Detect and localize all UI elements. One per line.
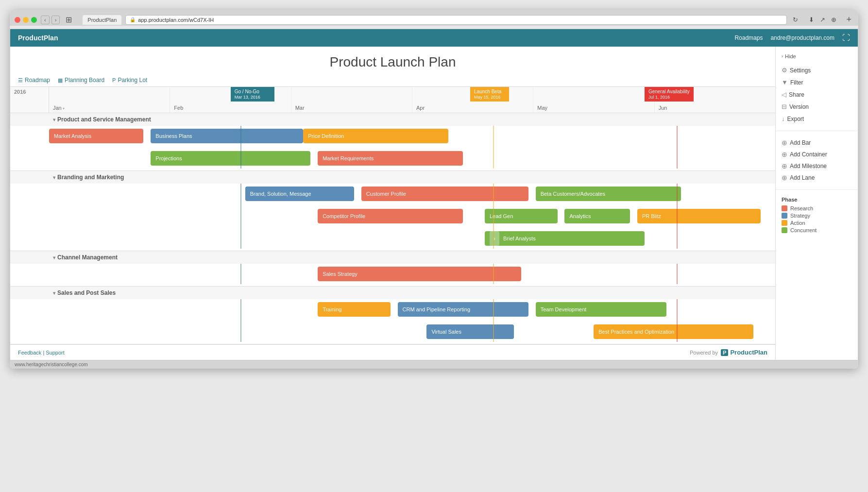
row-branding-label-1 <box>10 186 49 202</box>
feedback-link[interactable]: Feedback <box>18 350 41 356</box>
browser-window: ‹ › ⊞ ProductPlan 🔒 app.productplan.com/… <box>10 10 858 369</box>
toolbar-icon-3[interactable]: ⊕ <box>829 15 838 24</box>
year-label: 2016 <box>14 89 26 95</box>
page-content: Product Launch Plan ☰ Roadmap ▦ Planning… <box>10 47 858 360</box>
browser-status-url: www.heritagechristiancollege.com <box>15 362 88 367</box>
subnav-parking-lot[interactable]: P Parking Lot <box>112 77 147 84</box>
dot-green[interactable] <box>31 17 37 23</box>
active-tab[interactable]: ProductPlan <box>83 15 121 25</box>
subnav-roadmap[interactable]: ☰ Roadmap <box>18 77 50 84</box>
roadmap-icon: ☰ <box>18 77 23 84</box>
sidebar-divider-2 <box>776 189 858 190</box>
settings-button[interactable]: ⚙ Settings <box>782 64 852 76</box>
phase-label-concurrent: Concurrent <box>790 227 817 233</box>
add-container-label: Add Container <box>790 151 827 158</box>
group-body-product: Market Analysis Business Plans Price Def… <box>10 126 775 169</box>
add-bar-button[interactable]: ⊕ Add Bar <box>782 137 852 149</box>
bar-crm-pipeline[interactable]: CRM and Pipeline Reporting <box>398 302 528 317</box>
add-lane-button[interactable]: ⊕ Add Lane <box>782 172 852 184</box>
phase-dot-strategy <box>782 213 787 219</box>
phase-dot-action <box>782 220 787 226</box>
hide-button[interactable]: › Hide <box>776 51 802 61</box>
footer-links: Feedback | Support <box>18 350 65 356</box>
bar-price-definition[interactable]: Price Definition <box>303 129 448 143</box>
group-header-sales[interactable]: ▾ Sales and Post Sales <box>10 287 775 299</box>
group-product-service: ▾ Product and Service Management <box>10 113 775 171</box>
filter-button[interactable]: ▼ Filter <box>782 76 852 88</box>
ml-orange-2 <box>493 184 494 249</box>
sub-nav: ☰ Roadmap ▦ Planning Board P Parking Lot <box>10 74 775 87</box>
forward-button[interactable]: › <box>51 16 60 24</box>
support-link[interactable]: Support <box>46 350 65 356</box>
bar-customer-profile[interactable]: Customer Profile <box>361 187 528 201</box>
version-button[interactable]: ⊟ Version <box>782 101 852 113</box>
chevron-icon-product: ▾ <box>53 117 55 122</box>
menu-button[interactable]: + <box>844 14 853 26</box>
bar-training[interactable]: Training <box>318 302 391 317</box>
browser-toolbar-icons: ⬇ ↗ ⊕ <box>807 15 838 24</box>
group-header-channel[interactable]: ▾ Channel Management <box>10 251 775 264</box>
row-branding-bars-3: › Brief Analysts <box>49 230 775 247</box>
add-milestone-label: Add Milestone <box>790 163 827 170</box>
group-header-product[interactable]: ▾ Product and Service Management <box>10 113 775 126</box>
phase-strategy: Strategy <box>782 213 852 219</box>
tab-bar: ProductPlan <box>83 15 121 25</box>
back-button[interactable]: ‹ <box>41 16 50 24</box>
refresh-button[interactable]: ↻ <box>791 15 800 24</box>
bar-sales-strategy[interactable]: Sales Strategy <box>318 267 521 281</box>
roadmap-area: 2016 Go / No-Go Mar 13, 2016 Laun <box>10 87 775 344</box>
toolbar-icon-1[interactable]: ⬇ <box>807 15 816 24</box>
bar-market-analysis[interactable]: Market Analysis <box>49 129 143 143</box>
share-icon: ◁ <box>782 91 786 98</box>
toolbar-icon-2[interactable]: ↗ <box>818 15 827 24</box>
version-label: Version <box>789 103 809 110</box>
nav-roadmaps[interactable]: Roadmaps <box>734 34 763 41</box>
bar-brand-solution[interactable]: Brand, Solution, Message <box>245 187 354 201</box>
group-channel: ▾ Channel Management Sales S <box>10 251 775 287</box>
app-header: ProductPlan Roadmaps andre@productplan.c… <box>10 29 858 47</box>
bar-beta-customers[interactable]: Beta Customers/Advocates <box>536 187 681 201</box>
export-button[interactable]: ↓ Export <box>782 113 852 125</box>
milestone-ga-label: General Availability <box>648 89 690 94</box>
bar-projections[interactable]: Projections <box>151 151 310 166</box>
bar-competitor-profile[interactable]: Competitor Profile <box>318 209 463 223</box>
bar-team-development[interactable]: Team Development <box>536 302 666 317</box>
phase-dot-research <box>782 205 787 211</box>
add-milestone-button[interactable]: ⊕ Add Milestone <box>782 160 852 172</box>
bar-best-practices[interactable]: Best Practices and Optimization <box>594 324 753 339</box>
bar-virtual-sales[interactable]: Virtual Sales <box>426 324 513 339</box>
ml-teal-3 <box>240 264 241 284</box>
ml-teal-2 <box>240 184 241 249</box>
subnav-planning-board[interactable]: ▦ Planning Board <box>58 77 104 84</box>
row-label-2 <box>10 150 49 167</box>
bar-lead-gen[interactable]: Lead Gen <box>485 209 558 223</box>
bar-brief-analysts[interactable]: › Brief Analysts <box>485 231 645 246</box>
row-channel-1: Sales Strategy <box>10 264 775 284</box>
phase-research: Research <box>782 205 852 211</box>
row-branding-3: › Brief Analysts <box>10 228 775 249</box>
bar-market-requirements[interactable]: Market Requirements <box>318 151 463 166</box>
group-title-channel: Channel Management <box>57 254 118 261</box>
bar-pr-blitz[interactable]: PR Blitz <box>637 209 761 223</box>
dot-yellow[interactable] <box>23 17 29 23</box>
group-header-branding[interactable]: ▾ Branding and Marketing <box>10 171 775 184</box>
ml-orange-4 <box>493 299 494 342</box>
row-sales-1: Training CRM and Pipeline Reporting Team… <box>10 299 775 320</box>
bar-analytics[interactable]: Analytics <box>564 209 630 223</box>
nav-user[interactable]: andre@productplan.com <box>770 34 834 41</box>
add-lane-label: Add Lane <box>790 174 815 181</box>
dot-red[interactable] <box>15 17 20 23</box>
tab-button[interactable]: ⊞ <box>64 14 74 25</box>
subnav-parking-label: Parking Lot <box>118 77 147 84</box>
ml-orange-3 <box>493 264 494 284</box>
group-body-branding: Brand, Solution, Message Customer Profil… <box>10 184 775 249</box>
browser-dots <box>15 17 37 23</box>
month-mar: Mar <box>291 87 412 113</box>
address-bar[interactable]: 🔒 app.productplan.com/wCd7X-IH <box>125 15 787 25</box>
bar-business-plans[interactable]: Business Plans <box>151 129 303 143</box>
row-channel-bars: Sales Strategy <box>49 266 775 282</box>
share-button[interactable]: ◁ Share <box>782 88 852 101</box>
group-body-channel: Sales Strategy <box>10 264 775 284</box>
add-container-button[interactable]: ⊕ Add Container <box>782 149 852 160</box>
fullscreen-button[interactable]: ⛶ <box>842 34 850 42</box>
